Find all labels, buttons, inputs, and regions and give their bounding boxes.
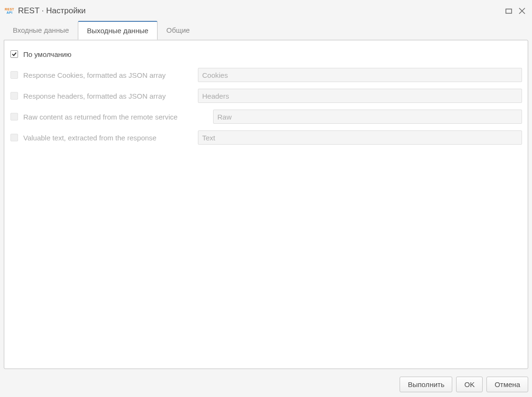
raw-checkbox[interactable] [10, 113, 18, 120]
cookies-row: Response Cookies, formatted as JSON arra… [10, 68, 522, 82]
tab-input[interactable]: Входные данные [4, 21, 78, 40]
cancel-button[interactable]: Отмена [486, 377, 528, 392]
raw-row: Raw content as returned from the remote … [10, 110, 522, 124]
tab-general[interactable]: Общие [158, 21, 199, 40]
dialog-window: REST API REST · Настройки Входные данные… [0, 0, 532, 397]
title-bar: REST API REST · Настройки [0, 0, 532, 21]
rest-api-icon: REST API [5, 6, 14, 16]
tab-content: По умолчанию Response Cookies, formatted… [4, 40, 528, 369]
ok-button[interactable]: OK [456, 377, 483, 392]
cookies-checkbox[interactable] [10, 71, 18, 79]
dialog-buttons: Выполнить OK Отмена [0, 373, 532, 397]
window-title: REST · Настройки [18, 6, 505, 16]
execute-button[interactable]: Выполнить [400, 377, 452, 392]
headers-checkbox[interactable] [10, 92, 18, 100]
headers-row: Response headers, formatted as JSON arra… [10, 89, 522, 103]
close-icon[interactable] [519, 8, 525, 14]
text-row: Valuable text, extracted from the respon… [10, 130, 522, 145]
tabs: Входные данные Выходные данные Общие [0, 21, 532, 40]
headers-input[interactable] [198, 89, 522, 103]
cookies-label: Response Cookies, formatted as JSON arra… [23, 71, 166, 79]
default-checkbox[interactable] [10, 50, 18, 58]
default-row: По умолчанию [10, 47, 522, 61]
raw-input[interactable] [213, 110, 522, 124]
window-controls [505, 8, 525, 14]
text-input[interactable] [198, 130, 522, 145]
text-label: Valuable text, extracted from the respon… [23, 134, 157, 142]
maximize-icon[interactable] [505, 8, 512, 14]
svg-rect-0 [506, 9, 512, 13]
headers-label: Response headers, formatted as JSON arra… [23, 92, 166, 100]
text-checkbox[interactable] [10, 134, 18, 141]
raw-label: Raw content as returned from the remote … [23, 113, 177, 121]
cookies-input[interactable] [198, 68, 522, 82]
default-label: По умолчанию [23, 50, 71, 58]
tab-output[interactable]: Выходные данные [78, 21, 157, 40]
